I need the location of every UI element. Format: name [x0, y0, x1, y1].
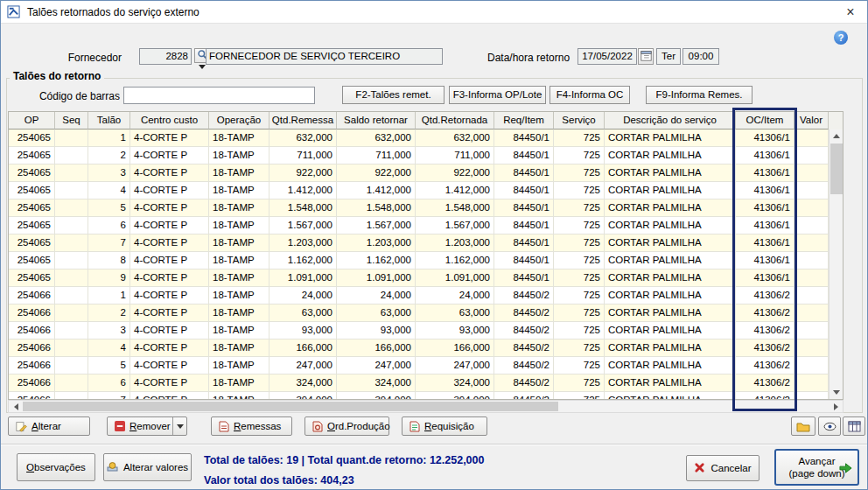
return-time-field[interactable]: 09:00	[682, 48, 719, 65]
observacoes-button[interactable]: Observações	[17, 453, 95, 481]
cell: 254066	[9, 304, 55, 322]
column-header-oc-item[interactable]: OC/Item	[736, 112, 794, 130]
column-header-qtd-remessa[interactable]: Qtd.Remessa	[270, 112, 337, 130]
cell: 2	[88, 304, 130, 322]
table-row[interactable]: 25406554-CORTE P18-TAMP1.548,0001.548,00…	[9, 200, 829, 217]
supplier-code-field[interactable]: 2828	[139, 48, 192, 65]
horizontal-scrollbar[interactable]	[8, 400, 844, 413]
table-row[interactable]: 25406594-CORTE P18-TAMP1.091,0001.091,00…	[9, 270, 829, 287]
column-header-tal-o[interactable]: Talão	[88, 112, 130, 130]
cell: 725	[554, 217, 605, 234]
barcode-label: Código de barras	[25, 89, 120, 103]
preview-button[interactable]	[818, 416, 841, 436]
table-row[interactable]: 25406634-CORTE P18-TAMP93,00093,00093,00…	[9, 322, 829, 340]
cell: CORTAR PALMILHA	[605, 147, 736, 164]
export-folder-button[interactable]	[791, 416, 816, 436]
close-icon[interactable]: ×	[834, 1, 867, 23]
cancelar-button[interactable]: Cancelar	[686, 455, 760, 481]
supplier-dropdown-icon[interactable]	[199, 65, 206, 69]
cell: 41306/2	[736, 304, 794, 322]
alterar-button[interactable]: Alterar	[8, 416, 90, 436]
column-header-qtd-retornada[interactable]: Qtd.Retornada	[416, 112, 494, 130]
cell: 84450/2	[494, 304, 554, 322]
table-row[interactable]: 25406584-CORTE P18-TAMP1.162,0001.162,00…	[9, 252, 829, 270]
vertical-scroll-thumb[interactable]	[830, 144, 843, 194]
alterar-valores-button[interactable]: Alterar valores	[103, 453, 192, 481]
remover-button[interactable]: Remover	[107, 416, 187, 436]
vertical-scrollbar[interactable]	[829, 130, 843, 399]
columns-icon	[848, 421, 861, 432]
column-header-descri-o-do-servi-o[interactable]: Descrição do serviço	[605, 112, 736, 130]
column-header-req-item[interactable]: Req/Item	[494, 112, 554, 130]
f9-informa-remes-button[interactable]: F9-Informa Remes.	[646, 86, 752, 104]
barcode-input[interactable]	[123, 87, 315, 104]
column-header-centro-custo[interactable]: Centro custo	[130, 112, 209, 130]
cell: 725	[554, 270, 605, 287]
column-header-seq[interactable]: Seq	[55, 112, 88, 130]
requisicao-button[interactable]: Requisição	[402, 416, 487, 436]
grid-header: OPSeqTalãoCentro custoOperaçãoQtd.Remess…	[9, 112, 843, 130]
table-row[interactable]: 25406624-CORTE P18-TAMP63,00063,00063,00…	[9, 304, 829, 322]
cell: 254066	[9, 357, 55, 374]
cell: 18-TAMP	[209, 252, 270, 270]
f3-informa-op-lote-button[interactable]: F3-Informa OP/Lote	[449, 86, 546, 104]
ord-producao-button[interactable]: Ord.Produção	[304, 416, 389, 436]
remessas-button[interactable]: Remessas	[211, 416, 292, 436]
column-header-opera-o[interactable]: Operação	[209, 112, 270, 130]
table-row[interactable]: 25406654-CORTE P18-TAMP247,000247,000247…	[9, 357, 829, 374]
table-row[interactable]: 25406614-CORTE P18-TAMP24,00024,00024,00…	[9, 287, 829, 304]
column-header-saldo-retornar[interactable]: Saldo retornar	[337, 112, 416, 130]
cell	[794, 304, 829, 322]
table-row[interactable]: 25406574-CORTE P18-TAMP1.203,0001.203,00…	[9, 234, 829, 252]
grid-config-button[interactable]	[843, 416, 865, 436]
table-row[interactable]: 25406674-CORTE P18-TAMP394,000394,000394…	[9, 392, 829, 399]
cell: 725	[554, 200, 605, 217]
cell: 1.412,000	[270, 182, 337, 200]
table-row[interactable]: 25406544-CORTE P18-TAMP1.412,0001.412,00…	[9, 182, 829, 200]
cell	[55, 287, 88, 304]
f2-taloes-remet-button[interactable]: F2-Talões remet.	[342, 86, 444, 104]
cell: CORTAR PALMILHA	[605, 304, 736, 322]
remover-dropdown-icon[interactable]	[172, 417, 186, 435]
scroll-right-button[interactable]	[829, 401, 843, 412]
cell: 4	[88, 182, 130, 200]
cell	[794, 287, 829, 304]
titlebar: Talões retornados do serviço externo ×	[1, 1, 867, 24]
cell	[55, 182, 88, 200]
cell: 4	[88, 340, 130, 357]
help-icon[interactable]: ?	[834, 31, 848, 45]
cell: 254066	[9, 287, 55, 304]
table-row[interactable]: 25406564-CORTE P18-TAMP1.567,0001.567,00…	[9, 217, 829, 234]
cell: 41306/2	[736, 287, 794, 304]
cell: 922,000	[416, 164, 494, 182]
table-row[interactable]: 25406524-CORTE P18-TAMP711,000711,000711…	[9, 147, 829, 164]
avancar-button[interactable]: Avançar (page down)	[774, 449, 859, 486]
scroll-down-button[interactable]	[830, 386, 844, 399]
cell: 84450/2	[494, 374, 554, 392]
column-header-op[interactable]: OP	[9, 112, 55, 130]
cell: 1.203,000	[270, 234, 337, 252]
column-header-valor[interactable]: Valor	[794, 112, 829, 130]
scroll-left-button[interactable]	[9, 401, 23, 412]
scroll-up-button[interactable]	[830, 130, 844, 143]
cell: 9	[88, 270, 130, 287]
cell: 41306/1	[736, 200, 794, 217]
table-row[interactable]: 25406644-CORTE P18-TAMP166,000166,000166…	[9, 340, 829, 357]
f4-informa-oc-button[interactable]: F4-Informa OC	[550, 86, 630, 104]
cell: 254065	[9, 234, 55, 252]
cell: CORTAR PALMILHA	[605, 130, 736, 147]
totals-line1: Total de talões: 19 | Total quant.de ret…	[204, 454, 484, 466]
cell: 84450/1	[494, 234, 554, 252]
cell: CORTAR PALMILHA	[605, 234, 736, 252]
cell: 725	[554, 322, 605, 340]
table-row[interactable]: 25406534-CORTE P18-TAMP922,000922,000922…	[9, 164, 829, 182]
table-row[interactable]: 25406664-CORTE P18-TAMP324,000324,000324…	[9, 374, 829, 392]
cell	[794, 234, 829, 252]
return-date-field[interactable]: 17/05/2022	[578, 48, 637, 65]
horizontal-scroll-thumb[interactable]	[23, 402, 558, 411]
table-row[interactable]: 25406514-CORTE P18-TAMP632,000632,000632…	[9, 130, 829, 147]
calendar-button[interactable]	[638, 48, 654, 65]
column-header-servi-o[interactable]: Serviço	[554, 112, 605, 130]
cell: 725	[554, 234, 605, 252]
supplier-name-field[interactable]: FORNECEDOR DE SERVIÇO TERCEIRO	[206, 48, 443, 65]
